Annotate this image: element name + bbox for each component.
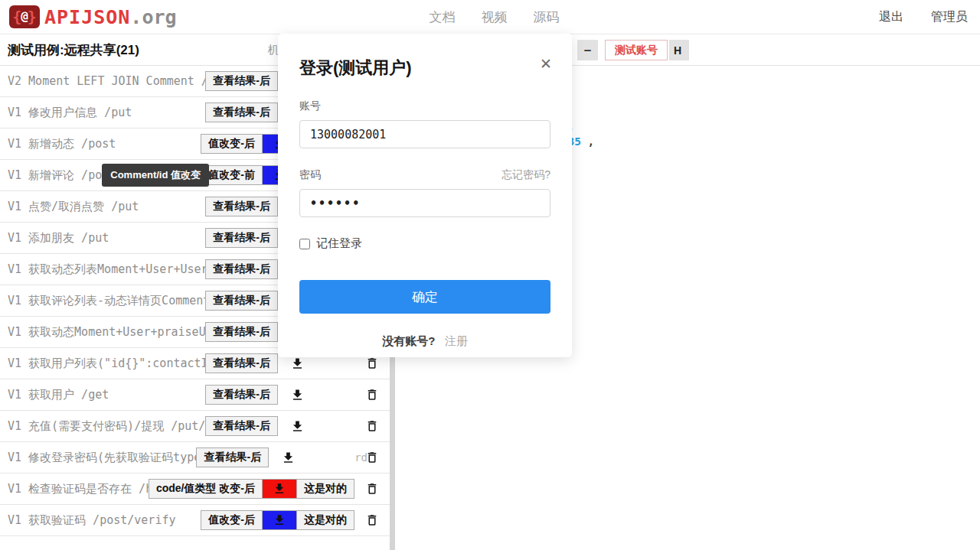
close-icon[interactable]: ✕ [540,57,552,71]
confirm-correct-button[interactable]: 这是对的 [296,479,354,499]
test-case-row[interactable]: V1 充值(需要支付密码)/提现 /put/ba查看结果-后 [0,411,390,442]
view-result-button[interactable]: 查看结果-后 [205,259,278,279]
test-case-label: V1 修改登录密码(先获取验证码type:2) [8,451,196,465]
confirm-correct-button[interactable]: 这是对的 [296,510,354,530]
brand-suffix: .org [130,6,176,28]
view-result-button[interactable]: 查看结果-后 [205,385,278,405]
login-modal: 登录(测试用户) ✕ 账号 密码 忘记密码? 记住登录 确定 没有账号? 注册 [278,34,572,357]
top-header: { @ } APIJSON .org 文档 视频 源码 退出 管理员 [0,0,980,34]
forgot-password-link[interactable]: 忘记密码? [501,168,550,182]
remember-row: 记住登录 [299,236,550,251]
test-account-button[interactable]: 测试账号 [605,40,668,60]
change-tooltip: Comment/id 值改变 [102,164,209,187]
test-case-label: V1 获取动态列表Moment+User+User:p [8,262,205,277]
view-result-button[interactable]: 查看结果-后 [205,416,278,436]
password-input[interactable] [299,189,550,217]
test-case-row[interactable]: V1 获取验证码 /post/verify值改变-后这是对的 [0,505,390,536]
logo-brace-right: } [28,9,37,24]
test-case-label: V1 点赞/取消点赞 /put [8,200,205,214]
remember-checkbox[interactable] [299,239,310,249]
test-case-label: V1 添加朋友 /put [8,231,205,246]
test-case-label: V1 获取验证码 /post/verify [8,513,201,528]
trash-icon[interactable] [364,386,381,403]
download-icon[interactable] [289,386,305,403]
view-result-button[interactable]: 查看结果-后 [205,322,278,342]
view-result-button[interactable]: 查看结果-后 [205,291,278,311]
change-state-button[interactable]: 值改变-后 [201,510,263,530]
test-case-label: V1 获取评论列表-动态详情页Comment+U [8,294,205,308]
test-case-label: V1 获取动态Moment+User+praiseUse [8,325,205,340]
top-nav: 文档 视频 源码 [430,8,560,26]
nav-source-link[interactable]: 源码 [534,8,560,26]
test-case-label: V1 新增动态 /post [8,137,201,151]
view-result-button[interactable]: 查看结果-后 [205,197,278,216]
nav-videos-link[interactable]: 视频 [482,8,508,26]
test-case-label: V1 修改用户信息 /put [8,106,205,120]
trash-icon[interactable] [364,355,381,372]
trash-icon[interactable] [364,418,381,434]
remember-label: 记住登录 [316,236,362,251]
nav-docs-link[interactable]: 文档 [430,8,456,26]
download-icon[interactable] [289,355,305,372]
http-button[interactable]: H [669,40,689,60]
view-result-button[interactable]: 查看结果-后 [205,103,278,122]
password-label: 密码 [299,168,321,182]
admin-link[interactable]: 管理员 [931,9,968,25]
trash-icon[interactable] [364,449,381,466]
download-icon[interactable] [262,479,297,499]
json-punctuation: , [581,134,594,149]
view-result-button[interactable]: 查看结果-后 [205,353,278,373]
change-state-button[interactable]: code/值类型 改变-后 [149,479,263,499]
test-case-label: V1 检查验证码是否存在 /hea [8,482,149,496]
view-result-button[interactable]: 查看结果-后 [205,228,278,248]
test-case-row[interactable]: V1 检查验证码是否存在 /heacode/值类型 改变-后这是对的 [0,474,390,505]
collapse-minus-button[interactable]: – [577,40,598,60]
trash-icon[interactable] [364,512,381,529]
confirm-button[interactable]: 确定 [299,280,550,314]
change-state-button[interactable]: 值改变-后 [201,134,263,154]
compare-button-group: 值改变-后这是对的 [201,510,354,530]
test-case-label: V1 充值(需要支付密码)/提现 /put/ba [8,419,205,434]
account-label-row: 账号 [299,99,550,113]
test-case-label: V1 获取用户列表("id{}":contactIdL [8,356,205,371]
test-case-label: V2 Moment LEFT JOIN Comment /ge [8,74,205,88]
download-icon[interactable] [279,449,296,466]
test-case-row[interactable]: V1 修改登录密码(先获取验证码type:2)查看结果-后rd [0,442,390,474]
logo-at-badge-icon: { @ } [9,5,40,28]
view-result-button[interactable]: 查看结果-后 [196,447,269,467]
apijson-logo[interactable]: { @ } APIJSON .org [9,5,177,28]
test-case-row[interactable]: V1 获取用户 /get查看结果-后 [0,379,390,411]
test-case-label: V1 获取用户 /get [8,388,205,402]
header-right: 退出 管理员 [879,9,968,25]
brand-name: APIJSON [44,6,130,28]
login-modal-title: 登录(测试用户) [299,57,550,80]
download-icon[interactable] [289,418,305,434]
no-account-text: 没有账号? [382,334,435,347]
account-label: 账号 [299,99,321,113]
view-result-button[interactable]: 查看结果-后 [205,71,278,91]
logout-link[interactable]: 退出 [879,9,903,25]
download-icon[interactable] [262,510,297,530]
password-label-row: 密码 忘记密码? [299,168,550,182]
register-link[interactable]: 注册 [445,334,468,347]
panel-title: 测试用例:远程共享(21) [8,41,139,59]
modal-footer: 没有账号? 注册 [299,334,550,349]
compare-button-group: code/值类型 改变-后这是对的 [149,479,354,499]
main-area: 测试用例:远程共享(21) 机器学习:已关闭 V2 Moment LEFT JO… [0,34,980,550]
account-input[interactable] [299,120,550,148]
trash-icon[interactable] [364,480,381,497]
toolbar-right-group: – 测试账号 H [577,40,689,60]
